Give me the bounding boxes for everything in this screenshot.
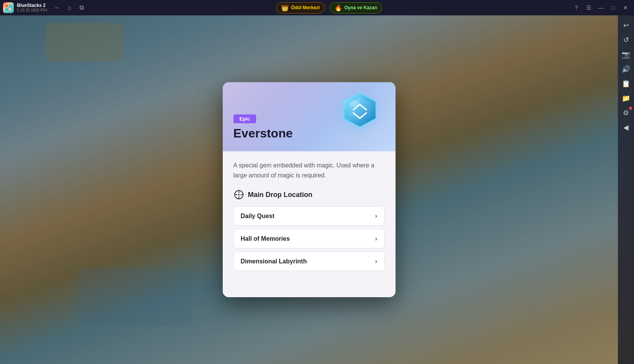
- chevron-right-icon-daily: ›: [375, 212, 377, 220]
- location-item-dimensional-labyrinth[interactable]: Dimensional Labyrinth ›: [233, 251, 385, 271]
- item-description: A special gem embedded with magic. Used …: [233, 160, 385, 180]
- svg-point-8: [238, 194, 240, 195]
- settings-button[interactable]: ⚙: [619, 106, 633, 120]
- location-list: Daily Quest › Hall of Memories › Dimensi…: [233, 206, 385, 271]
- drop-location-title: Main Drop Location: [248, 191, 313, 199]
- location-name-hall-of-memories: Hall of Memories: [241, 235, 290, 242]
- svg-rect-1: [9, 5, 12, 7]
- titlebar-right: ? ☰ — □ ✕: [571, 2, 631, 13]
- play-earn-button[interactable]: 🔥 Oyna ve Kazan: [329, 2, 382, 13]
- folder-button[interactable]: 📁: [619, 91, 633, 105]
- settings-badge: [629, 107, 632, 110]
- titlebar: BlueStacks 2 5.10.20.1002 P64 ← ⌂ ⧉ 👑 Öd…: [0, 0, 634, 15]
- clipboard-button[interactable]: 📋: [619, 77, 633, 91]
- tabs-button[interactable]: ⧉: [76, 2, 87, 13]
- back-button[interactable]: ←: [52, 2, 63, 13]
- rotate-left-button[interactable]: ↩: [619, 18, 633, 32]
- location-item-hall-of-memories[interactable]: Hall of Memories ›: [233, 229, 385, 248]
- chevron-right-icon-labyrinth: ›: [375, 257, 377, 265]
- maximize-button[interactable]: □: [608, 2, 619, 13]
- rotate-right-button[interactable]: ↺: [619, 33, 633, 47]
- modal-overlay[interactable]: Epic Everstone: [0, 15, 618, 364]
- app-version: 5.10.20.1002 P64: [17, 8, 47, 12]
- svg-rect-0: [5, 5, 8, 7]
- location-name-daily-quest: Daily Quest: [241, 213, 275, 220]
- card-body: A special gem embedded with magic. Used …: [223, 151, 396, 280]
- card-footer: [223, 280, 396, 297]
- app-name: BlueStacks 2: [17, 3, 47, 8]
- location-name-dimensional-labyrinth: Dimensional Labyrinth: [241, 258, 307, 265]
- nav-controls: ← ⌂ ⧉: [52, 2, 87, 13]
- svg-rect-3: [9, 8, 12, 11]
- compass-icon: [233, 189, 244, 200]
- item-detail-card: Epic Everstone: [223, 82, 396, 297]
- menu-button[interactable]: ☰: [583, 2, 594, 13]
- minimize-button[interactable]: —: [596, 2, 606, 13]
- titlebar-center: 👑 Ödül Merkezi 🔥 Oyna ve Kazan: [90, 2, 568, 13]
- crown-icon: 👑: [281, 4, 289, 12]
- chevron-right-icon-hall: ›: [375, 235, 377, 243]
- rarity-badge: Epic: [233, 114, 256, 123]
- location-item-daily-quest[interactable]: Daily Quest ›: [233, 206, 385, 226]
- fire-icon: 🔥: [334, 4, 342, 12]
- app-logo: [3, 2, 14, 13]
- card-header: Epic Everstone: [223, 82, 396, 151]
- collapse-sidebar-button[interactable]: ◀: [619, 121, 633, 134]
- volume-button[interactable]: 🔊: [619, 62, 633, 76]
- right-sidebar: ↩ ↺ 📷 🔊 📋 📁 ⚙ ◀: [618, 15, 634, 364]
- drop-location-header: Main Drop Location: [233, 189, 385, 200]
- gem-icon: [339, 90, 381, 132]
- screenshot-button[interactable]: 📷: [619, 48, 633, 61]
- home-button[interactable]: ⌂: [64, 2, 75, 13]
- close-button[interactable]: ✕: [620, 2, 631, 13]
- help-button[interactable]: ?: [571, 2, 582, 13]
- play-label: Oyna ve Kazan: [344, 5, 377, 10]
- svg-rect-2: [5, 8, 8, 11]
- item-icon-container: [339, 90, 385, 136]
- reward-center-button[interactable]: 👑 Ödül Merkezi: [276, 2, 325, 13]
- reward-label: Ödül Merkezi: [291, 5, 320, 10]
